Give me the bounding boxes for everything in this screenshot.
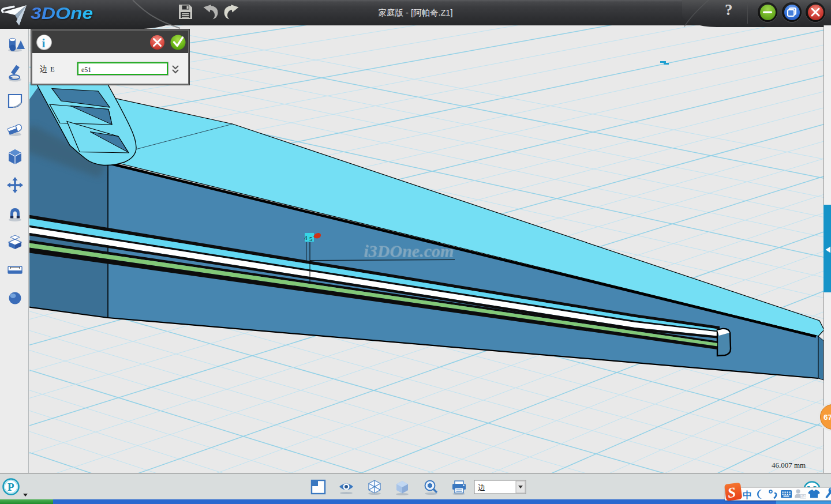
svg-text:14: 14 bbox=[800, 494, 806, 499]
svg-text:E: E bbox=[50, 65, 55, 73]
svg-text:中: 中 bbox=[743, 490, 752, 500]
svg-text:4: 4 bbox=[304, 234, 308, 241]
svg-text:5: 5 bbox=[309, 235, 313, 242]
svg-text:边: 边 bbox=[478, 483, 485, 492]
svg-text:边: 边 bbox=[40, 65, 48, 73]
svg-text:i: i bbox=[42, 36, 46, 50]
svg-text:46.007 mm: 46.007 mm bbox=[772, 461, 806, 469]
svg-text:P: P bbox=[8, 481, 14, 493]
svg-text:i3DOne.com: i3DOne.com bbox=[364, 241, 454, 260]
